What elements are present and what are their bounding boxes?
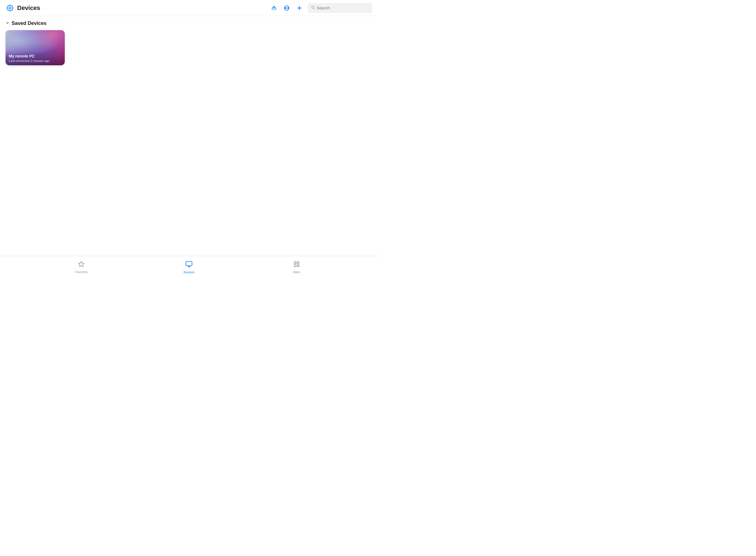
svg-rect-13 [186, 262, 192, 266]
device-card[interactable]: My remote PC Last connected 2 minutes ag… [5, 30, 65, 65]
search-input[interactable] [316, 5, 369, 10]
app-header: Devices [0, 0, 378, 16]
add-icon [296, 5, 303, 11]
section-header[interactable]: Saved Devices [5, 21, 373, 26]
svg-rect-17 [297, 262, 299, 264]
chevron-down-icon [5, 21, 9, 26]
saved-devices-section: Saved Devices My remote PC Last connecte… [0, 16, 378, 70]
gear-icon [7, 5, 13, 11]
svg-rect-18 [294, 265, 296, 267]
apps-icon [293, 261, 300, 269]
header-left: Devices [5, 4, 40, 12]
sort-icon [271, 5, 277, 11]
main-content: Saved Devices My remote PC Last connecte… [0, 16, 378, 70]
device-status: Last connected 2 minutes ago [9, 59, 62, 63]
svg-point-5 [285, 7, 285, 8]
tab-devices[interactable]: Devices [178, 260, 200, 274]
gear-button[interactable] [5, 4, 14, 12]
star-icon [78, 261, 85, 269]
saved-devices-title: Saved Devices [12, 21, 46, 26]
svg-line-11 [314, 8, 315, 9]
svg-marker-12 [78, 262, 84, 267]
tab-apps[interactable]: Apps [285, 261, 308, 274]
device-name: My remote PC [9, 54, 62, 59]
svg-point-0 [9, 7, 11, 9]
svg-rect-16 [294, 262, 296, 264]
tab-favorites[interactable]: Favorites [70, 261, 93, 274]
monitor-icon [185, 260, 193, 270]
tab-favorites-label: Favorites [75, 270, 88, 274]
search-icon [311, 5, 315, 10]
more-button[interactable] [282, 4, 291, 12]
page-title: Devices [17, 4, 40, 12]
tab-apps-label: Apps [293, 270, 300, 274]
svg-point-6 [288, 7, 288, 8]
svg-rect-19 [297, 265, 299, 267]
tab-bar: Favorites Devices Apps [0, 256, 378, 278]
svg-point-4 [286, 7, 287, 8]
more-icon [284, 5, 290, 11]
tab-devices-label: Devices [183, 271, 194, 274]
add-button[interactable] [295, 4, 304, 12]
search-bar[interactable] [308, 3, 373, 13]
device-card-overlay: My remote PC Last connected 2 minutes ag… [5, 51, 65, 65]
header-right [270, 3, 373, 13]
sort-button[interactable] [270, 4, 278, 12]
